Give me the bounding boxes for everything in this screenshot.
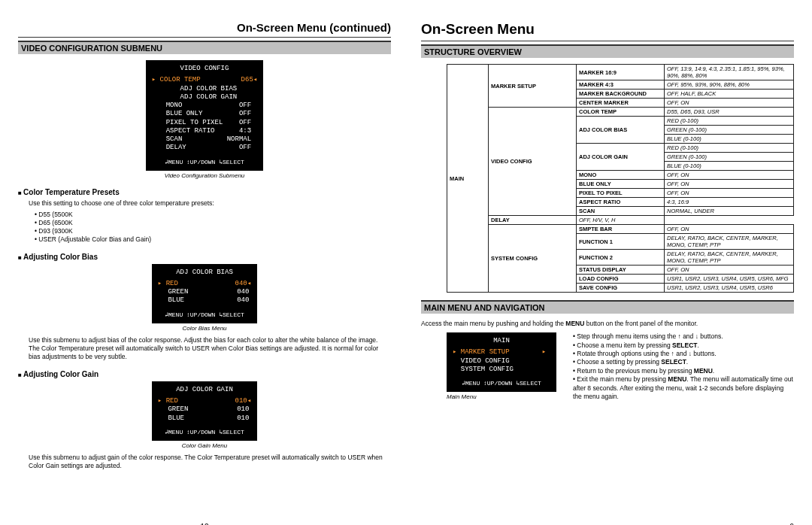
- table-col-item: SMPTE BAR: [577, 225, 665, 234]
- section-video-config: VIDEO CONFIGURATION SUBMENU: [18, 41, 391, 54]
- osd-color-gain-wrap: ADJ COLOR GAIN▸ RED 010◂ GREEN 010 BLUE …: [18, 381, 391, 449]
- table-col-item: FUNCTION 1: [577, 234, 665, 250]
- table-col-value: OFF, 13:9, 14:9, 4:3, 2.35:1, 1.85:1, 95…: [665, 65, 794, 80]
- structure-table-wrap: MAINMARKER SETUPMARKER 16:9OFF, 13:9, 14…: [421, 64, 794, 293]
- table-col-value: RED (0-100): [665, 117, 794, 126]
- osd-color-gain-caption: Color Gain Menu: [18, 442, 391, 449]
- table-col-item: BLUE ONLY: [577, 180, 665, 189]
- nav-intro-pre: Access the main menu by pushing and hold…: [421, 320, 565, 327]
- nav-intro: Access the main menu by pushing and hold…: [421, 320, 791, 328]
- section-main-nav: MAIN MENU AND NAVIGATION: [421, 300, 794, 314]
- table-col-value: BLUE (0-100): [665, 135, 794, 144]
- table-col-value: OFF, 95%, 93%, 90%, 88%, 80%: [665, 80, 794, 90]
- table-col-value: OFF, H/V, V, H: [577, 216, 665, 225]
- table-col-value: D55, D65, D93, USR: [665, 108, 794, 117]
- structure-table: MAINMARKER SETUPMARKER 16:9OFF, 13:9, 14…: [447, 64, 794, 293]
- table-col-value: OFF, ON: [665, 180, 794, 189]
- table-col-item: DELAY: [489, 216, 577, 225]
- table-col-item: SAVE CONFIG: [577, 284, 665, 293]
- list-item: D65 (6500K: [35, 219, 388, 227]
- section-structure: STRUCTURE OVERVIEW: [421, 44, 794, 58]
- table-col-value: OFF, ON: [665, 171, 794, 180]
- table-col-item: ADJ COLOR BIAS: [577, 117, 665, 144]
- table-col-item: FUNCTION 2: [577, 250, 665, 266]
- table-col-value: NORMAL, UNDER: [665, 207, 794, 216]
- nav-intro-bold: MENU: [565, 320, 584, 327]
- nav-bullets: Step through menu items using the ↑ and …: [570, 332, 794, 402]
- table-col-value: USR1, USR2, USR3, USR4, USR5, USR6, MFG: [665, 275, 794, 284]
- table-col-item: STATUS DISPLAY: [577, 266, 665, 275]
- osd-color-bias-caption: Color Bias Menu: [18, 325, 391, 332]
- table-col-item: CENTER MARKER: [577, 99, 665, 108]
- osd-color-bias-wrap: ADJ COLOR BIAS▸ RED 040◂ GREEN 040 BLUE …: [18, 264, 391, 332]
- heading-color-gain: Adjusting Color Gain: [18, 370, 391, 378]
- nav-intro-post: button on the front panel of the monitor…: [584, 320, 698, 327]
- table-col-main: MAIN: [447, 65, 489, 293]
- list-item: D93 (9300K: [35, 227, 388, 235]
- table-col-value: GREEN (0-100): [665, 153, 794, 162]
- table-col-value: DELAY, RATIO, BACK, CENTER, MARKER, MONO…: [665, 250, 794, 266]
- list-item: D55 (5500K: [35, 211, 388, 219]
- table-col-category: MARKER SETUP: [489, 65, 577, 108]
- table-col-value: RED (0-100): [665, 144, 794, 153]
- heading-color-bias: Adjusting Color Bias: [18, 253, 391, 261]
- table-col-value: 4:3, 16:9: [665, 198, 794, 207]
- table-col-value: BLUE (0-100): [665, 162, 794, 171]
- list-item: Choose a menu item by pressing SELECT.: [573, 341, 794, 350]
- table-col-value: USR1, USR2, USR3, USR4, USR5, USR6: [665, 284, 794, 293]
- table-row: VIDEO CONFIGCOLOR TEMPD55, D65, D93, USR: [447, 108, 794, 117]
- table-col-item: MARKER BACKGROUND: [577, 90, 665, 99]
- rule: [421, 41, 794, 41]
- list-item: Rotate through options using the ↑ and ↓…: [573, 350, 794, 358]
- right-page: On-Screen Menu STRUCTURE OVERVIEW MAINMA…: [421, 21, 794, 517]
- table-col-value: DELAY, RATIO, BACK, CENTER, MARKER, MONO…: [665, 234, 794, 250]
- table-col-item: MONO: [577, 171, 665, 180]
- list-item: Choose a setting by pressing SELECT.: [573, 358, 794, 366]
- table-col-category: SYSTEM CONFIG: [489, 225, 577, 293]
- nav-row: MAIN▸ MARKER SETUP ▸ VIDEO CONFIG SYSTEM…: [421, 332, 794, 402]
- table-col-value: OFF, ON: [665, 225, 794, 234]
- table-col-item: MARKER 4:3: [577, 80, 665, 90]
- osd-main: MAIN▸ MARKER SETUP ▸ VIDEO CONFIG SYSTEM…: [447, 332, 556, 392]
- table-col-item: COLOR TEMP: [577, 108, 665, 117]
- text-color-gain: Use this submenu to adjust gain of the c…: [29, 454, 388, 470]
- list-item: USER (Adjustable Color Bias and Gain): [35, 235, 388, 244]
- osd-video-config-caption: Video Configuration Submenu: [18, 172, 391, 179]
- table-col-value: OFF, ON: [665, 99, 794, 108]
- osd-video-config: VIDEO CONFIG▸ COLOR TEMP D65◂ ADJ COLOR …: [146, 60, 263, 171]
- text-color-temp: Use this setting to choose one of three …: [29, 199, 388, 208]
- table-col-item: PIXEL TO PIXEL: [577, 189, 665, 198]
- list-item: Return to the previous menu by pressing …: [573, 367, 794, 375]
- table-col-value: OFF, ON: [665, 266, 794, 275]
- bullets-color-temp: D55 (5500KD65 (6500KD93 (9300KUSER (Adju…: [29, 211, 388, 244]
- table-row: MAINMARKER SETUPMARKER 16:9OFF, 13:9, 14…: [447, 65, 794, 80]
- table-row: DELAYOFF, H/V, V, H: [447, 216, 794, 225]
- osd-main-caption: Main Menu: [447, 393, 556, 400]
- table-col-item: LOAD CONFIG: [577, 275, 665, 284]
- table-col-value: OFF, ON: [665, 189, 794, 198]
- table-col-item: MARKER 16:9: [577, 65, 665, 80]
- table-col-category: VIDEO CONFIG: [489, 108, 577, 216]
- table-row: SYSTEM CONFIGSMPTE BAROFF, ON: [447, 225, 794, 234]
- osd-color-bias: ADJ COLOR BIAS▸ RED 040◂ GREEN 040 BLUE …: [152, 264, 257, 323]
- osd-color-gain: ADJ COLOR GAIN▸ RED 010◂ GREEN 010 BLUE …: [152, 381, 257, 441]
- left-page: On-Screen Menu (continued) VIDEO CONFIGU…: [18, 21, 391, 517]
- table-col-item: SCAN: [577, 207, 665, 216]
- left-header: On-Screen Menu (continued): [18, 21, 391, 34]
- list-item: Step through menu items using the ↑ and …: [573, 332, 794, 341]
- table-col-item: ADJ COLOR GAIN: [577, 144, 665, 171]
- table-col-value: OFF, HALF, BLACK: [665, 90, 794, 99]
- text-color-bias: Use this submenu to adjust bias of the c…: [29, 336, 388, 361]
- right-header: On-Screen Menu: [421, 21, 794, 38]
- rule: [18, 37, 391, 38]
- table-col-value: GREEN (0-100): [665, 126, 794, 135]
- list-item: Exit the main menu by pressing MENU. The…: [573, 375, 794, 401]
- page-spread: On-Screen Menu (continued) VIDEO CONFIGU…: [0, 0, 812, 525]
- table-col-item: ASPECT RATIO: [577, 198, 665, 207]
- heading-color-temp: Color Temperature Presets: [18, 188, 391, 196]
- osd-video-config-wrap: VIDEO CONFIG▸ COLOR TEMP D65◂ ADJ COLOR …: [18, 60, 391, 179]
- osd-main-wrap: MAIN▸ MARKER SETUP ▸ VIDEO CONFIG SYSTEM…: [447, 332, 556, 400]
